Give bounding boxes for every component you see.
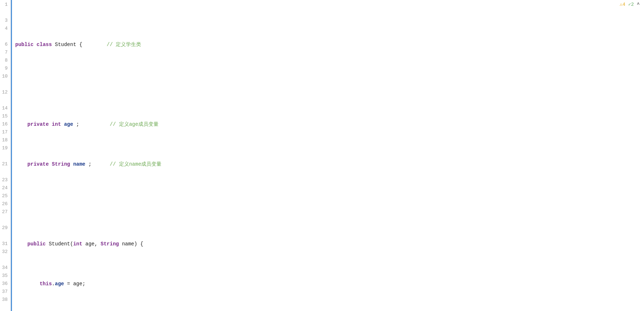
code-line-5 [15,200,644,208]
code-line-2 [15,80,644,88]
code-line-3: private int age ; // 定义age成员变量 [15,120,644,128]
caret-icon: ^ [637,2,640,7]
editor-container: ⚠4 ✓2 ^ 1 3 4 6 7 8 9 10 12 14 15 16 17 … [0,0,644,311]
code-line-1: public class Student { // 定义学生类 [15,41,644,49]
warning-count: ⚠4 [620,1,625,7]
error-count: ✓2 [628,1,634,7]
code-area[interactable]: public class Student { // 定义学生类 private … [11,0,644,311]
code-line-7: this.age = age; [15,280,644,288]
line-numbers: 1 3 4 6 7 8 9 10 12 14 15 16 17 18 19 21… [0,0,11,311]
code-line-6: public Student(int age, String name) { [15,240,644,248]
code-line-4: private String name ; // 定义name成员变量 [15,160,644,168]
status-bar: ⚠4 ✓2 ^ [620,1,640,7]
cursor-line [11,0,12,311]
